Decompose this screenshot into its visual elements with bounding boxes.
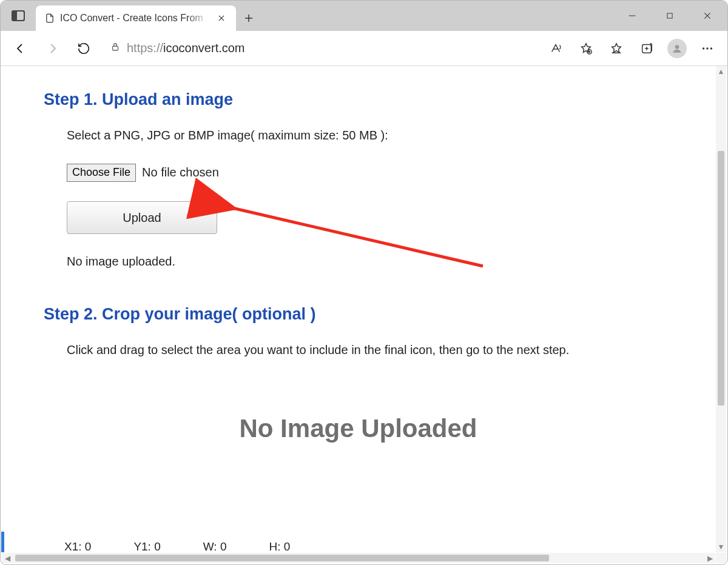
svg-point-4 [675,45,679,49]
scrollbar-corner [716,553,726,563]
url-scheme: https:// [127,41,163,55]
collections-button[interactable] [633,35,661,62]
browser-titlebar: ICO Convert - Create Icons From [1,1,727,31]
window-controls [613,1,726,31]
tab-overview-icon [12,10,25,21]
nav-back-button[interactable] [7,35,35,62]
svg-rect-0 [667,13,672,18]
favorites-button[interactable] [602,35,630,62]
svg-point-7 [710,47,712,49]
reload-button[interactable] [70,35,98,62]
browser-toolbar: https://icoconvert.com [1,31,727,66]
more-button[interactable] [693,35,721,62]
profile-button[interactable] [663,35,691,62]
step2-heading: Step 2. Crop your image( optional ) [44,305,673,324]
coord-x1: X1: 0 [64,540,91,552]
coord-y1: Y1: 0 [133,540,160,552]
page-icon [44,13,55,24]
horizontal-scrollbar[interactable]: ◀ ▶ [2,553,715,563]
crop-placeholder: No Image Uploaded [44,414,673,443]
read-aloud-button[interactable] [542,35,570,62]
step1-description: Select a PNG, JPG or BMP image( maximum … [67,126,673,145]
new-tab-button[interactable] [236,5,261,31]
scroll-right-icon[interactable]: ▶ [704,553,715,563]
page-viewport: Step 1. Upload an image Select a PNG, JP… [1,66,715,552]
accent-strip [1,532,4,552]
vertical-scrollbar[interactable]: ▲ ▼ [716,66,726,552]
crop-coords: X1: 0 Y1: 0 W: 0 H: 0 [64,540,290,552]
svg-rect-1 [113,46,118,50]
coord-h: H: 0 [269,540,290,552]
upload-button[interactable]: Upload [67,201,217,234]
svg-point-6 [706,47,708,49]
scroll-down-icon[interactable]: ▼ [716,541,726,552]
window-close-button[interactable] [689,1,726,31]
window-maximize-button[interactable] [651,1,689,31]
lock-icon [110,41,121,55]
window-minimize-button[interactable] [613,1,651,31]
add-favorite-button[interactable] [572,35,600,62]
scroll-up-icon[interactable]: ▲ [716,66,726,77]
tab-close-button[interactable] [214,11,229,25]
choose-file-button[interactable]: Choose File [67,164,136,182]
address-bar[interactable]: https://icoconvert.com [101,41,538,55]
browser-tab[interactable]: ICO Convert - Create Icons From [36,5,236,31]
hscroll-thumb[interactable] [15,555,549,561]
file-status-text: No file chosen [142,163,219,182]
tab-actions-button[interactable] [1,1,36,31]
coord-w: W: 0 [203,540,227,552]
upload-status: No image uploaded. [67,252,673,271]
step2-description: Click and drag to select the area you wa… [67,341,673,359]
page-content: Step 1. Upload an image Select a PNG, JP… [1,66,715,443]
url-host: icoconvert.com [163,41,245,55]
vscroll-thumb[interactable] [718,151,724,406]
step1-heading: Step 1. Upload an image [44,90,673,109]
scroll-left-icon[interactable]: ◀ [2,553,13,563]
avatar-icon [667,39,687,58]
nav-forward-button[interactable] [38,35,66,62]
svg-point-5 [703,47,704,49]
tab-title: ICO Convert - Create Icons From [60,13,209,24]
